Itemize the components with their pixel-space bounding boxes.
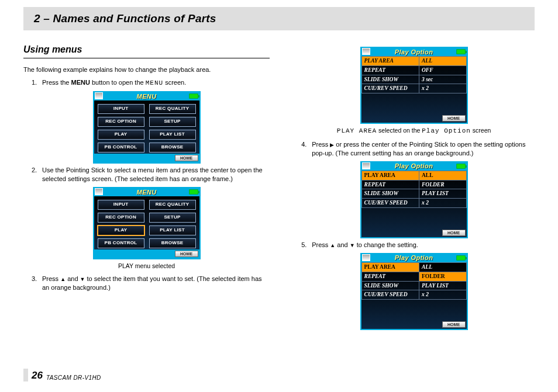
option-row[interactable]: CUE/REV SPEEDx 2 [361,199,466,208]
menu-grid: INPUT REC QUALITY REC OPTION SETUP PLAY … [94,196,199,249]
opt-value: FOLDER [419,180,467,189]
menu-btn-play-selected[interactable]: PLAY [98,226,144,235]
product-model: TASCAM DR-V1HD [46,374,101,381]
device-screen: Play Option PLAY AREAALL REPEATOFF SLIDE… [360,47,468,124]
opt-value: PLAY LIST [419,281,467,290]
battery-icon [189,189,198,195]
menu-btn-playlist[interactable]: PLAY LIST [149,130,196,140]
option-row-selected[interactable]: PLAY AREAALL [361,57,466,66]
screenshot-caption: PLAY menu selected [23,262,270,270]
device-screen: MENU INPUT REC QUALITY REC OPTION SETUP … [93,187,201,259]
page-footer: 26 TASCAM DR-V1HD [23,369,101,381]
down-triangle-icon: ▼ [80,276,85,282]
opt-label-selected: PLAY AREA [361,262,419,272]
step-text: Press ▲ and ▼ to change the setting. [312,241,535,249]
t: button to open the [90,79,146,86]
opt-value: ALL [419,262,467,272]
screen-title: MENU [137,92,157,101]
menu-bold: MENU [71,79,90,86]
camera-icon [95,92,103,99]
option-row[interactable]: REPEATFOLDER [361,180,466,189]
option-row[interactable]: PLAY AREAALL [361,262,466,272]
menu-btn-input[interactable]: INPUT [98,104,144,114]
home-button[interactable]: HOME [442,115,466,122]
option-row[interactable]: REPEATFOLDER [361,272,466,281]
option-row[interactable]: SLIDE SHOWPLAY LIST [361,189,466,199]
screen-titlebar: Play Option [361,48,467,56]
opt-label: REPEAT [361,65,419,75]
device-screen: Play Option PLAY AREAALL REPEATFOLDER SL… [360,253,468,330]
device-screen: Play Option PLAY AREAALL REPEATFOLDER SL… [360,161,468,238]
screen-titlebar: Play Option [361,162,467,171]
home-strip: HOME [94,154,199,162]
option-row[interactable]: PLAY AREAALL [361,171,466,180]
option-row[interactable]: SLIDE SHOW3 sec [361,75,466,84]
t: and [335,241,349,248]
battery-icon [456,49,466,54]
screen-title: MENU [137,188,157,197]
battery-icon [456,164,466,169]
t: Press [312,241,330,248]
t: screen [471,127,491,134]
step-1: 1. Press the MENU button to open the MEN… [32,78,270,88]
lcd-text: Play Option [422,127,471,134]
menu-btn-recoption[interactable]: REC OPTION [98,117,144,127]
t: and [66,275,80,282]
menu-grid: INPUT REC QUALITY REC OPTION SETUP PLAY … [94,100,199,154]
content-columns: Using menus The following example explai… [0,30,558,332]
option-table: PLAY AREAALL REPEATOFF SLIDE SHOW3 sec C… [361,56,467,93]
t: or press the center of the Pointing Stic… [312,141,525,157]
home-button[interactable]: HOME [175,251,198,257]
home-strip: HOME [361,300,467,329]
menu-btn-pbcontrol[interactable]: PB CONTROL [98,238,144,248]
step-text: Press ▶ or press the center of the Point… [312,140,535,158]
t: Press [42,275,60,282]
step-number: 5. [301,241,312,249]
opt-value: 3 sec [419,75,467,84]
t: Press the [42,79,71,86]
home-button[interactable]: HOME [442,230,466,236]
menu-btn-setup[interactable]: SETUP [149,213,196,223]
option-row[interactable]: CUE/REV SPEEDx 2 [361,84,466,93]
option-row[interactable]: REPEATOFF [361,65,466,75]
device-screen: MENU INPUT REC QUALITY REC OPTION SETUP … [93,91,201,164]
home-strip: HOME [361,208,467,237]
opt-value: OFF [419,65,467,75]
opt-label: CUE/REV SPEED [361,84,419,93]
home-button[interactable]: HOME [442,321,466,328]
option-row[interactable]: CUE/REV SPEEDx 2 [361,290,466,300]
menu-btn-recquality[interactable]: REC QUALITY [149,200,196,210]
t: to change the setting. [355,241,418,248]
step-number: 2. [32,166,42,183]
menu-btn-pbcontrol[interactable]: PB CONTROL [98,143,144,152]
menu-btn-browse[interactable]: BROWSE [149,143,196,152]
opt-value: x 2 [419,199,467,208]
screenshot-menu-1: MENU INPUT REC QUALITY REC OPTION SETUP … [23,91,270,164]
step-text: Use the Pointing Stick to select a menu … [42,166,270,183]
t: screen. [163,79,186,86]
opt-value: PLAY LIST [419,189,467,199]
option-row[interactable]: SLIDE SHOWPLAY LIST [361,281,466,290]
opt-value: x 2 [419,84,467,93]
menu-btn-setup[interactable]: SETUP [149,117,196,127]
opt-label-selected: PLAY AREA [361,171,419,180]
camera-icon [362,162,370,169]
menu-btn-browse[interactable]: BROWSE [149,238,196,248]
menu-btn-playlist[interactable]: PLAY LIST [149,226,196,235]
lcd-text: PLAY AREA [337,127,377,134]
screenshot-caption: PLAY AREA selected on the Play Option sc… [293,126,535,136]
opt-label: CUE/REV SPEED [361,199,419,208]
step-number: 4. [301,140,312,158]
up-triangle-icon: ▲ [330,242,335,248]
menu-btn-recquality[interactable]: REC QUALITY [149,104,196,114]
t: selected on the [377,127,422,134]
opt-label: SLIDE SHOW [361,281,419,290]
screen-titlebar: Play Option [361,254,467,262]
right-column: Play Option PLAY AREAALL REPEATOFF SLIDE… [293,43,535,332]
opt-value: ALL [419,57,467,66]
menu-btn-play[interactable]: PLAY [98,130,144,140]
menu-btn-recoption[interactable]: REC OPTION [98,213,144,223]
home-button[interactable]: HOME [175,155,198,161]
menu-btn-input[interactable]: INPUT [98,200,144,210]
section-heading: Using menus [23,43,270,58]
